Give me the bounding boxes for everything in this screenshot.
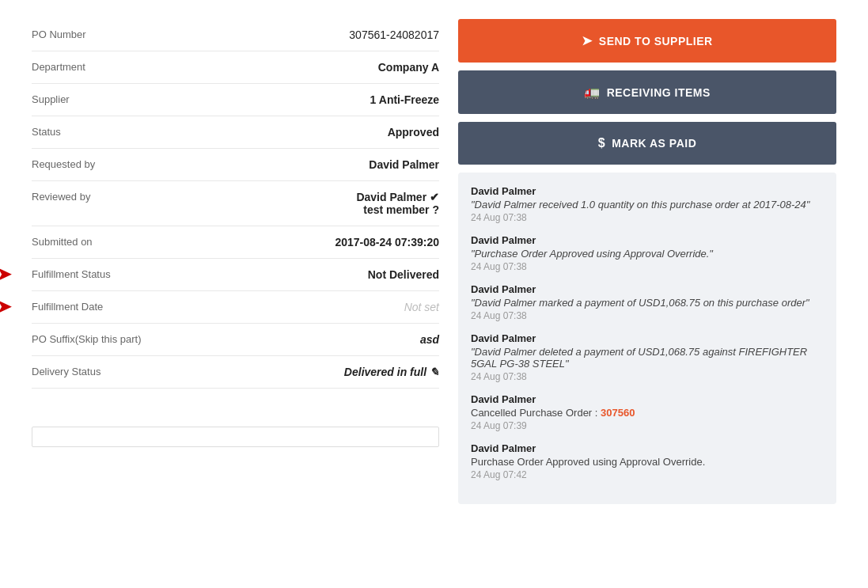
receiving-items-button[interactable]: 🚛RECEIVING ITEMS bbox=[458, 70, 836, 114]
detail-row: Delivery StatusDelivered in full ✎ bbox=[32, 356, 439, 389]
activity-item: David Palmer"David Palmer received 1.0 q… bbox=[471, 185, 824, 223]
activity-user: David Palmer bbox=[471, 393, 824, 405]
activity-message: Purchase Order Approved using Approval O… bbox=[471, 456, 824, 468]
activity-message: Cancelled Purchase Order : 307560 bbox=[471, 407, 824, 419]
detail-row: DepartmentCompany A bbox=[32, 51, 439, 84]
send-to-supplier-button[interactable]: ➤SEND TO SUPPLIER bbox=[458, 19, 836, 63]
detail-value: Not set bbox=[174, 301, 439, 313]
activity-timestamp: 24 Aug 07:38 bbox=[471, 371, 824, 382]
activity-message: "David Palmer deleted a payment of USD1,… bbox=[471, 346, 824, 370]
activity-item: David Palmer"David Palmer deleted a paym… bbox=[471, 332, 824, 382]
receiving-items-label: RECEIVING ITEMS bbox=[607, 86, 711, 99]
detail-label: Reviewed by bbox=[32, 191, 174, 203]
detail-row: PO Suffix(Skip this part)asd bbox=[32, 324, 439, 356]
detail-value: Approved bbox=[174, 126, 439, 138]
detail-row: Reviewed byDavid Palmer ✔ test member ? bbox=[32, 181, 439, 226]
activity-user: David Palmer bbox=[471, 283, 824, 295]
activity-user: David Palmer bbox=[471, 185, 824, 197]
detail-label: Delivery Status bbox=[32, 366, 174, 377]
detail-row: Submitted on2017-08-24 07:39:20 bbox=[32, 226, 439, 259]
activity-item: David Palmer"Purchase Order Approved usi… bbox=[471, 234, 824, 272]
detail-label: Supplier bbox=[32, 93, 174, 105]
detail-value: 307561-24082017 bbox=[174, 28, 439, 41]
detail-value: asd bbox=[174, 333, 439, 346]
mark-as-paid-label: MARK AS PAID bbox=[612, 137, 696, 150]
detail-label: Requested by bbox=[32, 158, 174, 170]
detail-row: StatusApproved bbox=[32, 116, 439, 149]
detail-label: Status bbox=[32, 126, 174, 138]
detail-label: Fulfillment Date bbox=[32, 301, 174, 313]
left-panel: PO Number307561-24082017DepartmentCompan… bbox=[32, 19, 439, 504]
send-to-supplier-icon: ➤ bbox=[582, 33, 593, 48]
detail-row: Supplier1 Anti-Freeze bbox=[32, 84, 439, 116]
detail-value: Company A bbox=[174, 61, 439, 74]
activity-item: David PalmerPurchase Order Approved usin… bbox=[471, 442, 824, 480]
mark-as-paid-button[interactable]: $MARK AS PAID bbox=[458, 122, 836, 165]
activity-message: "David Palmer marked a payment of USD1,0… bbox=[471, 297, 824, 309]
detail-label: Submitted on bbox=[32, 236, 174, 248]
detail-value: 1 Anti-Freeze bbox=[174, 93, 439, 106]
activity-timestamp: 24 Aug 07:39 bbox=[471, 420, 824, 431]
activity-timestamp: 24 Aug 07:42 bbox=[471, 469, 824, 480]
activity-user: David Palmer bbox=[471, 442, 824, 454]
activity-message: "David Palmer received 1.0 quantity on t… bbox=[471, 199, 824, 211]
detail-rows: PO Number307561-24082017DepartmentCompan… bbox=[32, 19, 439, 389]
receiving-items-icon: 🚛 bbox=[584, 85, 601, 100]
activity-timestamp: 24 Aug 07:38 bbox=[471, 310, 824, 321]
activity-item: David PalmerCancelled Purchase Order : 3… bbox=[471, 393, 824, 431]
red-arrow-icon: ➤ bbox=[0, 264, 11, 285]
right-panel: ➤SEND TO SUPPLIER🚛RECEIVING ITEMS$MARK A… bbox=[458, 19, 836, 504]
detail-row: ➤Fulfillment StatusNot Delivered bbox=[32, 259, 439, 291]
activity-user: David Palmer bbox=[471, 234, 824, 246]
detail-value: Delivered in full ✎ bbox=[174, 366, 439, 378]
mark-as-paid-icon: $ bbox=[598, 136, 605, 150]
detail-label: Fulfillment Status bbox=[32, 268, 174, 280]
detail-value: David Palmer ✔ test member ? bbox=[174, 191, 439, 216]
activity-feed: David Palmer"David Palmer received 1.0 q… bbox=[458, 173, 836, 504]
send-to-supplier-label: SEND TO SUPPLIER bbox=[599, 35, 713, 47]
page-container: PO Number307561-24082017DepartmentCompan… bbox=[0, 0, 868, 523]
activity-user: David Palmer bbox=[471, 332, 824, 344]
activity-timestamp: 24 Aug 07:38 bbox=[471, 212, 824, 223]
detail-row: Requested byDavid Palmer bbox=[32, 149, 439, 181]
detail-label: PO Number bbox=[32, 28, 174, 40]
detail-row: ➤Fulfillment DateNot set bbox=[32, 291, 439, 324]
red-arrow-icon: ➤ bbox=[0, 297, 11, 317]
activity-timestamp: 24 Aug 07:38 bbox=[471, 261, 824, 272]
detail-label: PO Suffix(Skip this part) bbox=[32, 333, 174, 345]
activity-item: David Palmer"David Palmer marked a payme… bbox=[471, 283, 824, 321]
action-buttons: ➤SEND TO SUPPLIER🚛RECEIVING ITEMS$MARK A… bbox=[458, 19, 836, 165]
detail-value: David Palmer bbox=[174, 158, 439, 171]
detail-value: 2017-08-24 07:39:20 bbox=[174, 236, 439, 248]
notes-section bbox=[32, 389, 439, 414]
previous-payments-button[interactable] bbox=[32, 427, 439, 447]
activity-link[interactable]: 307560 bbox=[601, 407, 635, 419]
detail-label: Department bbox=[32, 61, 174, 73]
detail-row: PO Number307561-24082017 bbox=[32, 19, 439, 51]
activity-message: "Purchase Order Approved using Approval … bbox=[471, 248, 824, 260]
detail-value: Not Delivered bbox=[174, 268, 439, 281]
